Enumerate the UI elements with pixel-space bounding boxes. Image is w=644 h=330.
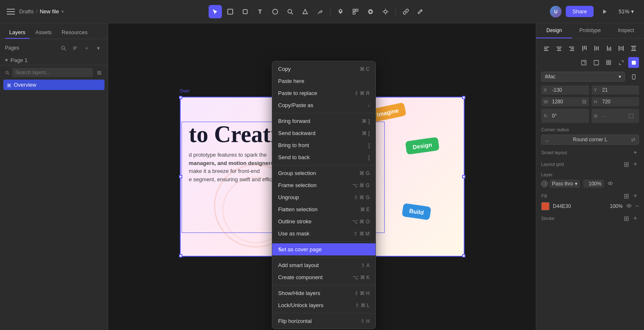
link-tool[interactable]	[399, 5, 413, 18]
lock-ratio-icon[interactable]: ⛓	[582, 99, 587, 104]
handle-bottom-left[interactable]	[179, 254, 182, 258]
distribute-h-icon[interactable]	[616, 43, 627, 54]
add-layout-grid-button[interactable]: +	[632, 160, 639, 168]
polygon-tool[interactable]	[298, 5, 312, 18]
handle-top-right[interactable]	[462, 96, 465, 99]
layer-item-overview[interactable]: ▣ Overview	[3, 80, 104, 90]
w-field[interactable]: W 1280 ⛓	[541, 97, 589, 106]
frame-expand-icon[interactable]	[616, 57, 627, 68]
menu-item-frame[interactable]: Frame selection ⌥ ⌘ G	[272, 179, 375, 191]
tab-layers[interactable]: Layers	[5, 27, 30, 39]
search-tool[interactable]	[283, 5, 297, 18]
pen-tool[interactable]	[313, 5, 327, 18]
menu-item-smart-layout[interactable]: Add smart layout ⇧ A	[272, 259, 375, 271]
breadcrumb-drafts[interactable]: Drafts	[19, 8, 34, 15]
expand-pages-icon[interactable]: ▾	[94, 43, 103, 52]
stroke-settings-icon[interactable]: ⊞	[622, 215, 630, 222]
y-field[interactable]: Y 21	[592, 85, 639, 95]
blend-mode-select[interactable]: Pass thro ▾	[550, 180, 580, 188]
search-pages-icon[interactable]	[59, 43, 68, 52]
component-tool[interactable]	[334, 5, 347, 18]
tab-resources[interactable]: Resources	[57, 27, 92, 39]
rectangle-tool[interactable]	[239, 5, 252, 18]
device-select[interactable]: iMac ▾	[541, 72, 625, 82]
menu-item-bring-front-shortcut: ]	[368, 142, 370, 148]
add-fill-button[interactable]: +	[632, 192, 639, 200]
layout-grid-settings-icon[interactable]: ⊞	[622, 160, 630, 168]
frame-resize-icon[interactable]	[578, 57, 589, 68]
h-field[interactable]: H 720	[592, 97, 639, 106]
menu-item-cover-page[interactable]: Set as cover page ↖	[272, 243, 375, 255]
sort-pages-icon[interactable]	[70, 43, 80, 52]
search-layers-input[interactable]	[12, 68, 93, 77]
menu-item-flatten[interactable]: Flatten selection ⌘ E	[272, 203, 375, 215]
menu-item-send-back[interactable]: Send to back [	[272, 151, 375, 163]
align-left-icon[interactable]	[541, 43, 552, 54]
menu-item-flip-h[interactable]: Flip horizontal ⇧ H	[272, 315, 375, 327]
tab-assets[interactable]: Assets	[31, 27, 56, 39]
mask-tool[interactable]	[364, 5, 377, 18]
menu-item-lock-unlock[interactable]: Lock/Unlock layers ⇧ ⌘ L	[272, 299, 375, 311]
menu-item-send-backward[interactable]: Send backward ⌘ [	[272, 127, 375, 139]
x-field[interactable]: X -130	[541, 85, 589, 95]
menu-item-copy-paste-as[interactable]: Copy/Paste as ›	[272, 99, 375, 111]
menu-item-group[interactable]: Group selection ⌘ G	[272, 167, 375, 179]
align-center-v-icon[interactable]	[591, 43, 602, 54]
edit-tool[interactable]	[414, 5, 428, 18]
add-stroke-button[interactable]: +	[632, 215, 639, 222]
clip-toggle[interactable]	[626, 110, 637, 121]
instance-tool[interactable]	[349, 5, 362, 18]
frame-tool[interactable]	[224, 5, 237, 18]
corner-radius-select[interactable]: ◡ Round corner L ⇄	[541, 135, 639, 145]
canvas-area[interactable]: Over Imagine Design Build	[108, 23, 536, 330]
menu-item-component[interactable]: Create component ⌥ ⌘ K	[272, 271, 375, 283]
hamburger-menu-icon[interactable]	[7, 8, 15, 16]
preview-button[interactable]	[598, 5, 611, 18]
effects-tool[interactable]	[379, 5, 392, 18]
zoom-control[interactable]: 51% ▾	[615, 7, 637, 16]
menu-item-show-hide[interactable]: Show/Hide layers ⇧ ⌘ H	[272, 287, 375, 299]
ellipse-tool[interactable]	[269, 5, 282, 18]
fill-settings-icon[interactable]: ⊞	[622, 192, 630, 200]
frame-grid-icon[interactable]	[603, 57, 614, 68]
tab-inspect[interactable]: Inspect	[608, 23, 644, 38]
menu-item-bring-forward[interactable]: Bring forward ⌘ ]	[272, 115, 375, 127]
visibility-toggle-icon[interactable]	[607, 180, 613, 188]
filter-icon[interactable]: ⊞	[95, 68, 103, 77]
rotation-field[interactable]: ↻ 0°	[541, 109, 589, 123]
remove-fill-button[interactable]: −	[635, 202, 639, 210]
align-right-icon[interactable]	[566, 43, 577, 54]
handle-bottom-right[interactable]	[462, 254, 465, 258]
menu-item-ungroup[interactable]: Ungroup ⇧ ⌘ G	[272, 191, 375, 203]
breadcrumb-file[interactable]: New file	[40, 8, 59, 15]
fill-visibility-icon[interactable]	[626, 203, 632, 210]
menu-item-paste-here[interactable]: Paste here	[272, 75, 375, 87]
align-center-h-icon[interactable]	[554, 43, 564, 54]
handle-mid-right[interactable]	[462, 175, 465, 178]
clip-field[interactable]: ⧉ —	[592, 109, 639, 123]
menu-item-mask[interactable]: Use as mask ⇧ ⌘ M	[272, 228, 375, 240]
align-bottom-icon[interactable]	[603, 43, 614, 54]
frame-clip-icon[interactable]	[591, 57, 602, 68]
frame-active-icon[interactable]	[628, 57, 639, 68]
menu-item-bring-front[interactable]: Bring to front ]	[272, 139, 375, 151]
handle-mid-left[interactable]	[179, 175, 182, 178]
align-top-icon[interactable]	[579, 43, 589, 54]
dropdown-chevron-icon[interactable]: ▾	[62, 9, 64, 14]
add-smart-layout-button[interactable]: +	[632, 149, 639, 156]
select-tool[interactable]	[209, 5, 222, 18]
tab-prototype[interactable]: Prototype	[572, 23, 608, 38]
add-page-icon[interactable]: +	[82, 43, 91, 52]
distribute-v-icon[interactable]	[628, 43, 639, 54]
menu-item-paste-replace[interactable]: Paste to replace ⇧ ⌘ R	[272, 87, 375, 99]
device-portrait-icon[interactable]	[628, 71, 639, 82]
handle-top-left[interactable]	[179, 96, 182, 99]
text-tool[interactable]: T	[254, 5, 267, 18]
menu-item-outline-stroke[interactable]: Outline stroke ⌥ ⌘ O	[272, 215, 375, 228]
page-1-item[interactable]: ▾ Page 1	[0, 55, 108, 65]
tab-design[interactable]: Design	[536, 23, 572, 38]
fill-color-swatch[interactable]	[541, 202, 550, 210]
menu-item-copy[interactable]: Copy ⌘ C	[272, 63, 375, 75]
share-button[interactable]: Share	[566, 6, 594, 17]
opacity-input[interactable]: 100%	[583, 180, 604, 188]
